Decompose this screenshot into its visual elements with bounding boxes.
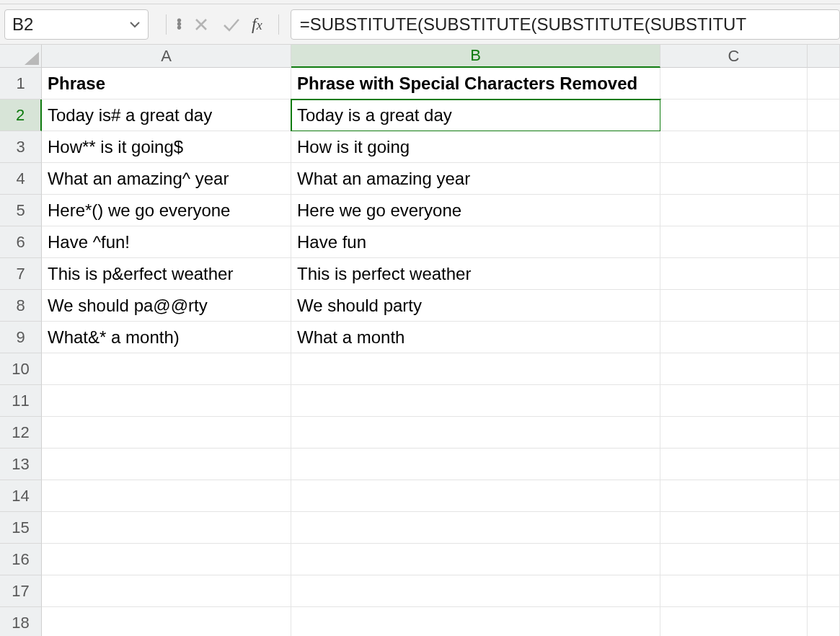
cell-D7[interactable] <box>808 258 840 290</box>
cell-B9[interactable]: What a month <box>291 322 660 353</box>
cell-D8[interactable] <box>808 290 840 322</box>
cell-C1[interactable] <box>660 68 808 100</box>
cell-A3[interactable]: How** is it going$ <box>42 131 291 163</box>
cell-C12[interactable] <box>660 417 808 449</box>
row-header-17[interactable]: 17 <box>0 575 42 607</box>
cell-B8[interactable]: We should party <box>291 290 660 322</box>
cell-B15[interactable] <box>291 512 660 544</box>
cell-D17[interactable] <box>808 575 840 607</box>
cell-C18[interactable] <box>660 607 808 636</box>
cell-C11[interactable] <box>660 385 808 417</box>
cell-D5[interactable] <box>808 195 840 226</box>
cell-A14[interactable] <box>42 480 291 512</box>
cell-D18[interactable] <box>808 607 840 636</box>
name-box[interactable]: B2 <box>4 9 149 40</box>
row-header-15[interactable]: 15 <box>0 512 42 544</box>
cell-A6[interactable]: Have ^fun! <box>42 226 291 258</box>
cell-C17[interactable] <box>660 575 808 607</box>
row-header-7[interactable]: 7 <box>0 258 42 290</box>
cell-D6[interactable] <box>808 226 840 258</box>
fx-icon[interactable]: fx <box>252 14 268 34</box>
col-header-A[interactable]: A <box>42 45 291 68</box>
more-icon[interactable]: ••• <box>177 19 181 30</box>
cell-A7[interactable]: This is p&erfect weather <box>42 258 291 290</box>
row-header-6[interactable]: 6 <box>0 226 42 258</box>
cell-B12[interactable] <box>291 417 660 449</box>
cell-D9[interactable] <box>808 322 840 353</box>
row-header-16[interactable]: 16 <box>0 544 42 575</box>
cell-C10[interactable] <box>660 353 808 385</box>
cell-D11[interactable] <box>808 385 840 417</box>
cell-B17[interactable] <box>291 575 660 607</box>
cell-A18[interactable] <box>42 607 291 636</box>
cell-C13[interactable] <box>660 449 808 480</box>
cell-C9[interactable] <box>660 322 808 353</box>
cell-C2[interactable] <box>660 100 808 131</box>
chevron-down-icon[interactable] <box>129 14 141 35</box>
cell-A9[interactable]: What&* a month) <box>42 322 291 353</box>
cell-A1[interactable]: Phrase <box>42 68 291 100</box>
cell-C3[interactable] <box>660 131 808 163</box>
cell-A12[interactable] <box>42 417 291 449</box>
cell-D3[interactable] <box>808 131 840 163</box>
cell-D4[interactable] <box>808 163 840 195</box>
cell-B11[interactable] <box>291 385 660 417</box>
row-header-4[interactable]: 4 <box>0 163 42 195</box>
cell-A2[interactable]: Today is# a great day <box>42 100 291 131</box>
cell-A8[interactable]: We should pa@@rty <box>42 290 291 322</box>
row-header-3[interactable]: 3 <box>0 131 42 163</box>
cell-D14[interactable] <box>808 480 840 512</box>
formula-input[interactable]: =SUBSTITUTE(SUBSTITUTE(SUBSTITUTE(SUBSTI… <box>291 9 840 40</box>
cell-D1[interactable] <box>808 68 840 100</box>
cell-B2[interactable]: Today is a great day <box>291 100 660 131</box>
cell-A11[interactable] <box>42 385 291 417</box>
row-header-14[interactable]: 14 <box>0 480 42 512</box>
col-header-extra[interactable] <box>808 45 840 68</box>
cell-A4[interactable]: What an amazing^ year <box>42 163 291 195</box>
cell-B3[interactable]: How is it going <box>291 131 660 163</box>
col-header-B[interactable]: B <box>291 45 660 68</box>
cell-B10[interactable] <box>291 353 660 385</box>
row-header-10[interactable]: 10 <box>0 353 42 385</box>
cell-B4[interactable]: What an amazing year <box>291 163 660 195</box>
row-header-11[interactable]: 11 <box>0 385 42 417</box>
cell-B16[interactable] <box>291 544 660 575</box>
cell-D10[interactable] <box>808 353 840 385</box>
cell-D16[interactable] <box>808 544 840 575</box>
row-header-5[interactable]: 5 <box>0 195 42 226</box>
cell-A10[interactable] <box>42 353 291 385</box>
cell-A16[interactable] <box>42 544 291 575</box>
cell-C7[interactable] <box>660 258 808 290</box>
cell-B7[interactable]: This is perfect weather <box>291 258 660 290</box>
cancel-icon[interactable] <box>191 14 211 35</box>
cell-A5[interactable]: Here*() we go everyone <box>42 195 291 226</box>
cell-C6[interactable] <box>660 226 808 258</box>
cell-D13[interactable] <box>808 449 840 480</box>
cell-A15[interactable] <box>42 512 291 544</box>
cell-B6[interactable]: Have fun <box>291 226 660 258</box>
cell-C15[interactable] <box>660 512 808 544</box>
row-header-13[interactable]: 13 <box>0 449 42 480</box>
cell-D2[interactable] <box>808 100 840 131</box>
select-all-corner[interactable] <box>0 45 42 68</box>
cell-C8[interactable] <box>660 290 808 322</box>
row-header-18[interactable]: 18 <box>0 607 42 636</box>
row-header-1[interactable]: 1 <box>0 68 42 100</box>
cell-C4[interactable] <box>660 163 808 195</box>
spreadsheet-grid[interactable]: A B C 1 Phrase Phrase with Special Chara… <box>0 45 840 636</box>
cell-C14[interactable] <box>660 480 808 512</box>
cell-B18[interactable] <box>291 607 660 636</box>
cell-A13[interactable] <box>42 449 291 480</box>
row-header-8[interactable]: 8 <box>0 290 42 322</box>
cell-B13[interactable] <box>291 449 660 480</box>
cell-D12[interactable] <box>808 417 840 449</box>
cell-B5[interactable]: Here we go everyone <box>291 195 660 226</box>
row-header-12[interactable]: 12 <box>0 417 42 449</box>
cell-C5[interactable] <box>660 195 808 226</box>
row-header-2[interactable]: 2 <box>0 100 42 131</box>
confirm-icon[interactable] <box>221 14 242 35</box>
cell-A17[interactable] <box>42 575 291 607</box>
row-header-9[interactable]: 9 <box>0 322 42 353</box>
col-header-C[interactable]: C <box>660 45 808 68</box>
cell-B1[interactable]: Phrase with Special Characters Removed <box>291 68 660 100</box>
